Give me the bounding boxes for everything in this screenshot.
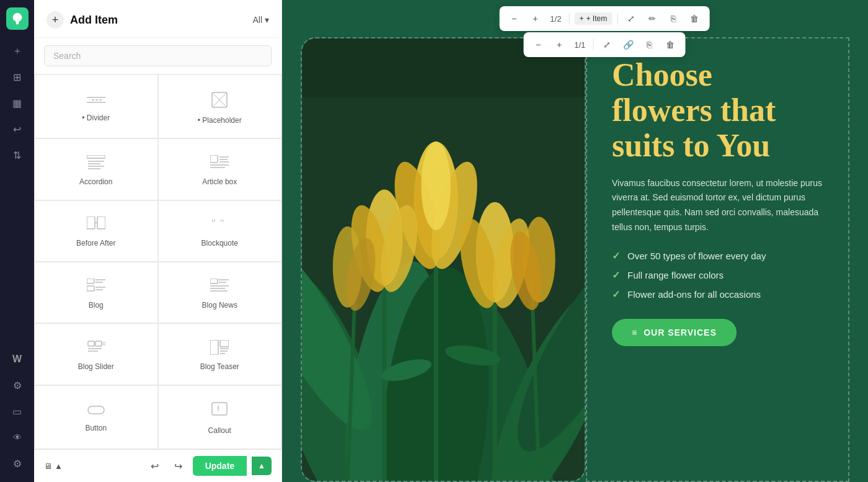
placeholder-icon	[211, 91, 228, 111]
widget-blog-slider[interactable]: Blog Slider	[34, 323, 158, 385]
inner-link-button[interactable]: 🔗	[619, 36, 637, 53]
feature-text-3: Flower add-ons for all occasions	[627, 289, 761, 300]
toolbar-separator-2	[617, 13, 618, 24]
widget-article-box[interactable]: Article box	[158, 138, 282, 200]
widget-blog[interactable]: Blog	[34, 262, 158, 323]
divider-icon	[87, 94, 105, 109]
toolbar-item-button[interactable]: + + Item	[574, 12, 612, 25]
svg-rect-20	[97, 216, 105, 229]
widget-grid: • Divider • Placeholder	[34, 74, 281, 449]
blog-slider-icon	[87, 340, 105, 357]
eye-sidebar-icon[interactable]: 👁	[6, 426, 29, 449]
redo-button[interactable]: ↪	[169, 457, 188, 475]
widget-blog-news[interactable]: Blog News	[158, 262, 282, 323]
toolbar-separator	[569, 13, 569, 24]
widget-blockquote[interactable]: " " Blockquote	[158, 200, 282, 262]
device-selector[interactable]: 🖥 ▲	[44, 462, 63, 471]
svg-rect-27	[87, 286, 94, 291]
toolbar-edit-button[interactable]: ✏	[644, 10, 661, 27]
heading-line1: Choose	[612, 57, 712, 92]
svg-rect-3	[99, 99, 102, 100]
toolbar-copy-button[interactable]: ⎘	[665, 10, 682, 27]
svg-rect-36	[88, 341, 94, 346]
blog-news-icon	[210, 279, 229, 296]
services-button[interactable]: ≡ OUR SERVICES	[612, 319, 737, 346]
services-button-label: OUR SERVICES	[644, 328, 717, 337]
panel-title: Add Item	[70, 14, 118, 27]
accordion-icon	[87, 155, 105, 172]
undo-sidebar-icon[interactable]: ↩	[6, 118, 29, 140]
widget-before-after-label: Before After	[76, 239, 115, 248]
widget-blog-teaser-label: Blog Teaser	[200, 362, 239, 371]
heading-line2: flowers that	[612, 92, 776, 128]
footer-actions: ↩ ↪ Update ▲	[146, 456, 272, 476]
feature-list: ✓ Over 50 types of flower every day ✓ Fu…	[612, 250, 823, 300]
widget-blockquote-label: Blockquote	[202, 239, 238, 248]
widget-button[interactable]: Button	[34, 385, 158, 449]
wp-icon[interactable]: W	[6, 348, 29, 370]
feature-text-1: Over 50 types of flower every day	[627, 251, 766, 261]
sort-sidebar-icon[interactable]: ⇅	[6, 144, 29, 166]
widget-button-label: Button	[85, 424, 107, 432]
svg-rect-19	[87, 216, 95, 229]
svg-rect-8	[87, 155, 105, 158]
search-input[interactable]	[44, 45, 272, 66]
update-arrow-button[interactable]: ▲	[252, 457, 272, 475]
panel-filter[interactable]: All ▾	[252, 15, 269, 25]
toolbar-counter: 1/2	[547, 14, 564, 24]
sidebar: ＋ ⊞ ▦ ↩ ⇅ W ⚙ ▭ 👁 ⚙	[0, 0, 34, 482]
sidebar-logo[interactable]	[6, 7, 29, 30]
widget-before-after[interactable]: Before After	[34, 200, 158, 262]
plus-icon: +	[579, 14, 583, 23]
inner-move-button[interactable]: ⤢	[598, 36, 616, 53]
heading-line3: suits to You	[612, 128, 770, 163]
footer-left: 🖥 ▲	[44, 462, 63, 471]
callout-icon: !	[211, 401, 228, 421]
panel-header-left: + Add Item	[46, 11, 118, 29]
panel-footer: 🖥 ▲ ↩ ↪ Update ▲	[34, 449, 281, 482]
widget-divider[interactable]: • Divider	[34, 74, 158, 138]
update-button[interactable]: Update	[193, 456, 247, 476]
add-sidebar-icon[interactable]: ＋	[6, 40, 29, 62]
inner-copy-button[interactable]: ⎘	[640, 36, 658, 53]
layout-sidebar-icon[interactable]: ▦	[6, 92, 29, 114]
image-container	[301, 37, 586, 482]
svg-rect-1	[92, 99, 94, 100]
inner-plus-button[interactable]: +	[551, 36, 568, 53]
toolbar-minus-button[interactable]: −	[505, 10, 523, 27]
description-text: Vivamus faucibus consectetur lorem, ut m…	[612, 176, 823, 235]
blog-teaser-icon	[210, 340, 229, 357]
chevron-down-icon: ▾	[265, 15, 269, 25]
toolbar-top: − + 1/2 + + Item ⤢ ✏ ⎘ 🗑	[499, 6, 709, 31]
undo-button[interactable]: ↩	[146, 457, 164, 475]
grid-sidebar-icon[interactable]: ⊞	[6, 66, 29, 88]
widget-accordion[interactable]: Accordion	[34, 138, 158, 200]
toolbar-move-button[interactable]: ⤢	[622, 10, 640, 27]
widget-divider-label: • Divider	[82, 114, 110, 122]
blockquote-icon: " "	[210, 216, 229, 234]
toolbar-delete-button[interactable]: 🗑	[686, 10, 703, 27]
svg-rect-41	[210, 340, 218, 355]
chevron-up-icon: ▲	[55, 462, 63, 471]
gear-sidebar-icon[interactable]: ⚙	[6, 452, 29, 475]
toolbar-plus-button[interactable]: +	[526, 10, 544, 27]
widget-callout[interactable]: ! Callout	[158, 385, 282, 449]
svg-text:": "	[220, 218, 224, 228]
inner-delete-button[interactable]: 🗑	[662, 36, 679, 53]
svg-rect-37	[95, 341, 102, 346]
monitor-icon: 🖥	[44, 462, 52, 471]
canvas: − + 1/2 + + Item ⤢ ✏ ⎘ 🗑 − + 1/1 ⤢ 🔗 ⎘ 🗑	[282, 0, 868, 482]
svg-rect-30	[210, 279, 218, 283]
sliders-icon[interactable]: ⚙	[6, 374, 29, 396]
add-button[interactable]: +	[46, 11, 64, 29]
inner-minus-button[interactable]: −	[529, 36, 547, 53]
svg-rect-13	[210, 155, 218, 163]
article-box-icon	[210, 155, 229, 172]
widget-accordion-label: Accordion	[79, 177, 112, 186]
button-widget-icon	[87, 404, 105, 419]
text-area: Choose flowers that suits to You Vivamus…	[586, 37, 849, 482]
item-label: + Item	[586, 14, 607, 23]
widget-placeholder[interactable]: • Placeholder	[158, 74, 282, 138]
display-sidebar-icon[interactable]: ▭	[6, 400, 29, 422]
widget-blog-teaser[interactable]: Blog Teaser	[158, 323, 282, 385]
